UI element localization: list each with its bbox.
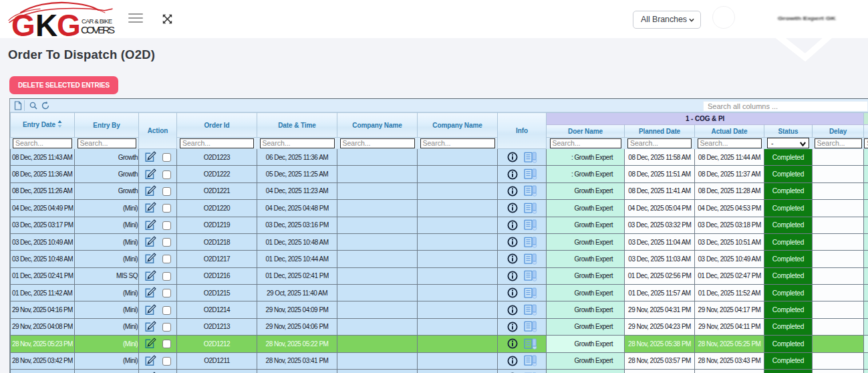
svg-text:CAR & BIKE: CAR & BIKE [82,17,112,25]
svg-text:K: K [35,8,57,38]
svg-text:G: G [57,8,81,38]
svg-text:G: G [11,8,35,38]
svg-text:COVERS: COVERS [81,24,115,35]
